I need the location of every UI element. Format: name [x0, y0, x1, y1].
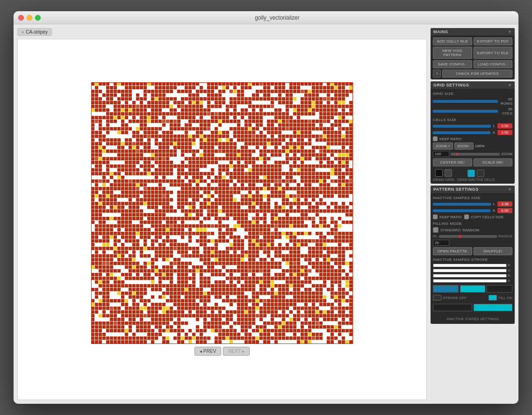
mains-row4: ? CHECK FOR UPDATES [433, 70, 512, 78]
inactive-state-swatch-2[interactable] [474, 304, 513, 311]
a-slider[interactable] [433, 279, 507, 283]
mains-header: MAINS ▼ [431, 28, 515, 36]
draw-grid-swatch2[interactable] [445, 169, 452, 177]
grid-settings-section: GRID SETTINGS ▼ GRID SIZE 65 ROWS [431, 81, 515, 184]
rows-slider[interactable] [433, 100, 498, 103]
rl-row: RL RADIUS [433, 234, 512, 238]
cells-a-label: A [493, 130, 495, 135]
filling-mode-checkbox[interactable] [433, 227, 439, 233]
maximize-button[interactable] [35, 15, 41, 21]
grid-arrow: ▼ [508, 83, 512, 87]
keep-ratio-pattern-label: KEEP RATIO [439, 215, 461, 219]
b-label: B [508, 273, 512, 278]
inactive-state-swatch-1[interactable] [433, 304, 472, 311]
palette-shuffle-row: OPEN PALETTE SHUFFLE! [433, 247, 512, 255]
stroke-off-swatch[interactable] [433, 295, 441, 301]
cells-a-row: A 3.50 [433, 130, 512, 135]
stroke-swatch-1[interactable] [433, 285, 459, 293]
keep-ratio-pattern-checkbox[interactable] [433, 215, 438, 219]
mains-row3: SAVE CONFIG.. LOAD CONFIG.. [433, 60, 512, 68]
keep-ratio-checkbox[interactable] [433, 136, 438, 141]
inactive-l-row: L 3.38 [433, 201, 512, 207]
b-slider[interactable] [433, 274, 507, 278]
copy-cells-label: COPY CELLS SIZE [471, 215, 503, 219]
fill-on-swatch[interactable] [489, 295, 497, 301]
traffic-lights [18, 15, 41, 21]
add-golly-rle-button[interactable]: ADD GOLLY RLE [433, 37, 472, 45]
tab-ca-stripey[interactable]: × CA-stripey [17, 28, 52, 36]
stroke-swatches-row [433, 285, 512, 293]
copy-cells-checkbox[interactable] [464, 215, 469, 219]
inactive-l-slider[interactable] [433, 203, 491, 206]
draw-inactive-swatch1[interactable] [467, 170, 475, 177]
g-slider[interactable] [433, 269, 507, 272]
load-config-button[interactable]: LOAD CONFIG.. [474, 60, 513, 68]
zoom-minus-button[interactable]: ZOOM - [454, 143, 474, 150]
close-button[interactable] [18, 15, 24, 21]
inactive-states-label-row: INACTIVE STATES SETTINGS [433, 314, 512, 322]
tab-label: CA-stripey [26, 29, 48, 35]
random-label: RANDOM [462, 228, 479, 232]
open-palette-button[interactable]: OPEN PALETTE [433, 247, 472, 255]
r-row: R [433, 263, 512, 267]
cols-slider[interactable] [433, 110, 498, 113]
zoom-plus-button[interactable]: ZOOM + [433, 143, 453, 150]
r-slider[interactable] [433, 264, 507, 267]
zoom-label: ZOOM [501, 152, 512, 156]
rows-label: 65 ROWS [499, 97, 512, 106]
center-me-button[interactable]: CENTER ME! [433, 158, 472, 166]
g-label: G [508, 268, 512, 272]
keep-ratio-row: KEEP RATIO [433, 136, 512, 141]
radius-label: RADIUS [498, 234, 512, 238]
cells-l-row: L 3.50 [433, 123, 512, 129]
grid-settings-body: GRID SIZE 65 ROWS [431, 89, 515, 184]
app-window: golly_vectorializer × CA-stripey [14, 11, 518, 404]
stroke-swatch-3[interactable] [487, 285, 512, 293]
save-config-button[interactable]: SAVE CONFIG.. [433, 60, 472, 68]
cols-label: 66 COLS [499, 107, 512, 115]
cells-l-slider[interactable] [433, 125, 491, 128]
draw-inactive-group: DRAW INACTIVE CELLS [457, 170, 494, 181]
draw-grid-swatch1[interactable] [435, 169, 443, 177]
stroke-fill-row: STROKE OFF FILL ON [433, 295, 512, 301]
cols-slider-row: 66 COLS [433, 107, 512, 115]
zoom-slider[interactable] [451, 153, 500, 156]
pattern-canvas [91, 82, 353, 344]
new-void-pattern-button[interactable]: NEW VOID PATTERN [433, 47, 472, 59]
draw-options-row: DRAW GRID DRAW INACTIVE CELLS [433, 169, 512, 182]
inactive-a-slider[interactable] [433, 209, 490, 212]
export-to-pdf-button[interactable]: EXPORT TO PDF [474, 37, 513, 45]
inactive-shapes-label: INACTIVE SHAPES SIZE [433, 196, 512, 200]
inactive-a-row: A 8.00 [433, 208, 512, 213]
inactive-stroke-label: INACTIVE SHAPES STROKE [433, 258, 512, 262]
mains-body: ADD GOLLY RLE EXPORT TO PDF NEW VOID PAT… [431, 36, 515, 79]
scale-me-button[interactable]: SCALE ME! [474, 158, 513, 166]
check-updates-button[interactable]: CHECK FOR UPDATES [442, 70, 512, 78]
cells-l-label: L [493, 124, 495, 128]
rl-slider[interactable] [439, 235, 497, 238]
main-area: × CA-stripey [17, 28, 427, 400]
inactive-states-swatches [433, 304, 512, 311]
draw-inactive-swatch2[interactable] [477, 170, 484, 177]
standard-label: STANDARD [440, 228, 460, 232]
keep-ratio-pattern-row: KEEP RATIO [433, 215, 461, 219]
pattern-settings-section: PATTERN SETTINGS ▼ INACTIVE SHAPES SIZE … [431, 186, 515, 324]
help-button[interactable]: ? [433, 70, 441, 78]
tab-bar: × CA-stripey [17, 28, 427, 36]
inactive-l-val: 3.38 [497, 201, 512, 207]
tab-close-icon[interactable]: × [22, 30, 24, 35]
fill-on-label: FILL ON [498, 296, 512, 300]
next-button[interactable]: NEXT ▸ [223, 347, 249, 356]
shuffle-button[interactable]: SHUFFLE! [474, 247, 513, 255]
stroke-off-group: STROKE OFF [433, 295, 467, 301]
prev-button[interactable]: ◂ PREV [194, 347, 221, 356]
stroke-swatch-2[interactable] [460, 285, 486, 293]
rows-slider-row: 65 ROWS [433, 97, 512, 106]
cells-a-slider[interactable] [433, 131, 490, 134]
b-row: B [433, 273, 512, 278]
zoom-input[interactable] [433, 151, 449, 157]
export-to-rle-button[interactable]: EXPORT TO RLE [474, 47, 513, 59]
minimize-button[interactable] [27, 15, 32, 21]
zoom-row: ZOOM + ZOOM - 100% [433, 143, 512, 150]
rl-input[interactable] [433, 240, 449, 246]
